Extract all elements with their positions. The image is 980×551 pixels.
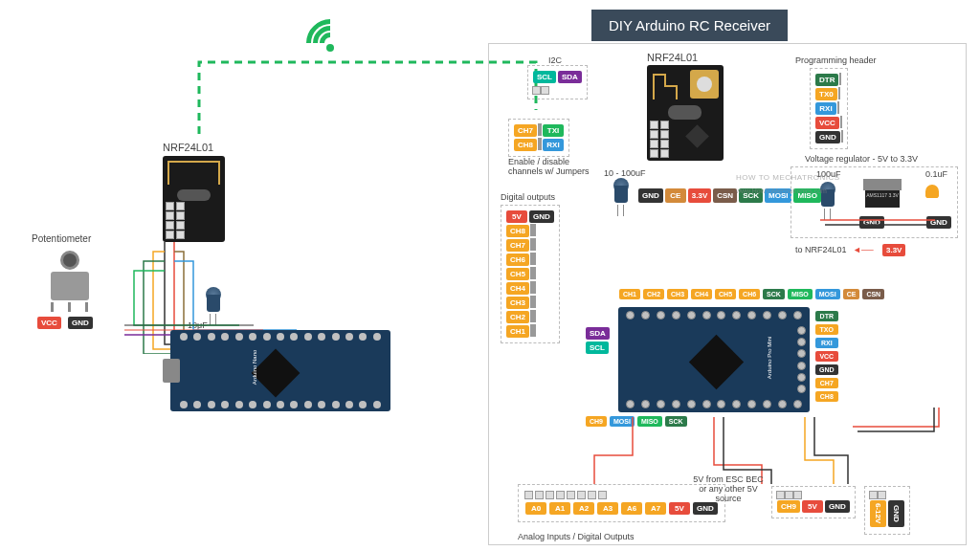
j-ch8: CH8: [514, 139, 537, 151]
nrf-rx-module: [647, 65, 724, 161]
i2c-block: SCLSDA: [527, 65, 588, 99]
analog-label: Analog Inputs / Digital Outputs: [518, 532, 635, 541]
analog-a3: A3: [597, 502, 618, 515]
pwr1-block: CH95VGND: [771, 486, 856, 518]
to-nrf-label: to NRF24L01: [795, 245, 847, 254]
analog-a1: A1: [549, 502, 570, 515]
cap1: [613, 178, 629, 207]
do-ch: CH4: [506, 282, 529, 295]
do-ch: CH7: [506, 239, 529, 252]
analog-a0: A0: [525, 502, 546, 515]
nrf-tx-label: NRF24L01: [163, 142, 213, 153]
p-tx0: TX0: [815, 88, 837, 100]
prog-block: DTR TX0 RXI VCC GND: [810, 68, 848, 149]
p-rxi: RXI: [815, 102, 836, 115]
mini-right-vcc: VCC: [815, 351, 838, 362]
cap1-label: 10 - 100uF: [604, 168, 646, 178]
i2c-scl: SCL: [533, 71, 556, 83]
do-gnd: GND: [529, 210, 554, 223]
pot-label: Potentiometer: [32, 233, 91, 244]
mini-top-ch4: CH4: [691, 289, 712, 299]
mini-right-rxi: RXI: [815, 338, 838, 348]
j-rxi: RXI: [543, 139, 564, 151]
mini-top-miso: MISO: [788, 289, 813, 299]
analog-a2: A2: [573, 502, 594, 515]
mini-sda: SDA: [586, 327, 610, 340]
do-ch: CH6: [506, 253, 529, 266]
mini-scl: SCL: [586, 342, 609, 354]
pw2-612: 6-12V: [870, 500, 886, 527]
analog-a7: A7: [645, 502, 666, 515]
vreg-label: Voltage regulator - 5V to 3.3V: [805, 154, 918, 164]
nrf-tx-module: [163, 156, 225, 242]
p-dtr: DTR: [815, 74, 838, 86]
jumper-label: Enable / disable channels w/ Jumpers: [508, 157, 604, 176]
i2c-label: I2C: [548, 55, 562, 65]
arduino-nano: Arduino Nano: [170, 330, 390, 411]
i2c-sda: SDA: [558, 71, 582, 83]
p-gnd: GND: [815, 131, 840, 143]
p-vcc: VCC: [815, 117, 839, 129]
digout-block: 5VGND CH8CH7CH6CH5CH4CH3CH2CH1: [501, 205, 560, 343]
cap3-label: 0.1uF: [925, 169, 947, 179]
pw1-gnd: GND: [825, 500, 850, 513]
nw-33v: 3.3V: [688, 188, 711, 203]
to-nrf-33v: 3.3V: [882, 244, 905, 256]
mini-top-sck: SCK: [763, 289, 785, 299]
mini-right-ch8: CH8: [815, 391, 838, 402]
digout-label: Digital outputs: [501, 192, 555, 202]
pw2-gnd: GND: [888, 500, 904, 527]
mini-right-gnd: GND: [815, 364, 838, 375]
mini-right-ch7: CH7: [815, 378, 838, 388]
mini-top-ch1: CH1: [619, 289, 640, 299]
do-ch: CH1: [506, 325, 529, 338]
mini-top-mosi: MOSI: [815, 289, 840, 299]
do-5v: 5V: [506, 210, 527, 223]
do-ch: CH3: [506, 297, 529, 309]
pot-vcc-tag: VCC: [37, 317, 61, 329]
do-ch: CH5: [506, 268, 529, 280]
do-ch: CH2: [506, 311, 529, 323]
analog-a6: A6: [621, 502, 642, 515]
mini-top-ch6: CH6: [739, 289, 760, 299]
cap3: [925, 185, 939, 198]
pw1-5v: 5V: [802, 500, 823, 513]
to-nrf-arrow: ◄──: [853, 245, 874, 254]
nrf-rx-label: NRF24L01: [647, 52, 698, 63]
nw-csn: CSN: [713, 188, 737, 203]
mini-top-labels: CH1CH2CH3CH4CH5CH6SCKMISOMOSICECSN: [618, 288, 885, 300]
potentiometer: [43, 251, 96, 318]
title-bar: DIY Arduino RC Receiver: [591, 10, 788, 41]
pw1-ch9: CH9: [777, 500, 800, 513]
mini-top-ch2: CH2: [643, 289, 664, 299]
pot-gnd-tag: GND: [68, 317, 93, 329]
j-txi: TXI: [543, 124, 564, 137]
mini-right-dtr: DTR: [815, 311, 838, 321]
analog-gnd: GND: [693, 502, 718, 515]
power-label: 5V from ESC BEC or any other 5V source: [690, 474, 767, 503]
mini-top-ch3: CH3: [667, 289, 688, 299]
watermark-logo: HOW TO MECHATRONICS: [736, 173, 840, 182]
jumper-block: CH7TXI CH8RXI: [508, 119, 569, 157]
receiver-panel: I2C SCLSDA CH7TXI CH8RXI Enable / disabl…: [488, 43, 967, 545]
watermark-url: www.HowToMechatronics.com: [736, 187, 827, 194]
do-ch: CH8: [506, 225, 529, 237]
prog-label: Programming header: [795, 55, 877, 65]
nw-ce: CE: [665, 188, 686, 203]
analog-5v: 5V: [669, 502, 690, 515]
mini-top-csn: CSN: [862, 289, 884, 299]
mini-right-labels: DTRTXORXIVCCGNDCH7CH8: [814, 310, 839, 403]
j-ch7: CH7: [514, 124, 537, 137]
pwr2-block: 6-12VGND: [864, 486, 910, 535]
mini-top-ce: CE: [843, 289, 860, 299]
nw-gnd: GND: [638, 188, 663, 203]
mini-right-txo: TXO: [815, 324, 838, 335]
mini-top-ch5: CH5: [715, 289, 736, 299]
arduino-pro-mini: Arduino Pro Mini: [618, 307, 810, 412]
